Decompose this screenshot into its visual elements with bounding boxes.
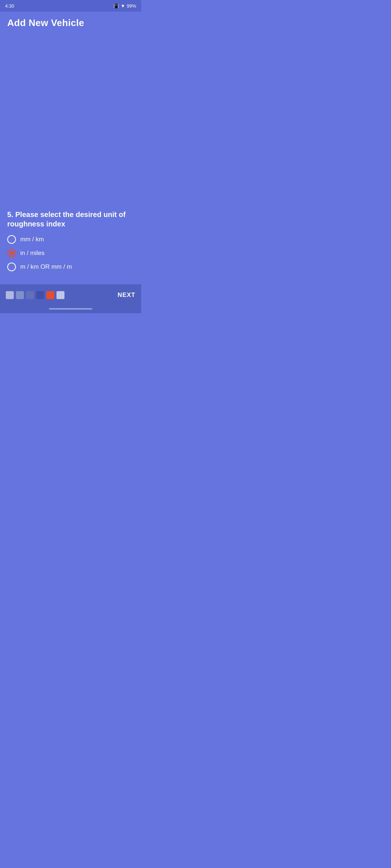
main-content: Add New Vehicle 5. Please select the des…	[0, 12, 141, 284]
step-dot-6	[56, 291, 64, 299]
radio-label-mm-km: mm / km	[20, 236, 44, 243]
question-section: 5. Please select the desired unit of rou…	[7, 210, 134, 278]
status-time: 4:30	[5, 3, 14, 9]
home-indicator	[0, 306, 141, 313]
radio-circle-in-miles[interactable]	[7, 249, 16, 258]
step-dot-3	[26, 291, 34, 299]
radio-label-m-km-mm-m: m / km OR mm / m	[20, 263, 72, 271]
vibrate-icon: 📳	[113, 3, 119, 9]
radio-circle-m-km-mm-m[interactable]	[7, 263, 16, 271]
page-title: Add New Vehicle	[7, 17, 134, 29]
step-indicators	[6, 291, 64, 299]
radio-item-in-miles[interactable]: in / miles	[7, 249, 134, 258]
step-dot-5	[46, 291, 54, 299]
radio-group: mm / km in / miles m / km OR mm / m	[7, 235, 134, 271]
radio-label-in-miles: in / miles	[20, 250, 45, 257]
status-icons: 📳 ▼ 99%	[113, 3, 136, 9]
step-dot-4	[36, 291, 44, 299]
radio-item-m-km-mm-m[interactable]: m / km OR mm / m	[7, 263, 134, 271]
step-dot-1	[6, 291, 14, 299]
next-button[interactable]: NEXT	[118, 292, 135, 299]
wifi-icon: ▼	[121, 3, 125, 9]
question-text: 5. Please select the desired unit of rou…	[7, 210, 134, 229]
radio-circle-mm-km[interactable]	[7, 235, 16, 244]
battery-icon: 99%	[127, 3, 136, 9]
home-line	[49, 308, 92, 310]
status-bar: 4:30 📳 ▼ 99%	[0, 0, 141, 12]
step-dot-2	[16, 291, 24, 299]
radio-item-mm-km[interactable]: mm / km	[7, 235, 134, 244]
content-spacer	[7, 31, 134, 210]
bottom-bar: NEXT	[0, 284, 141, 306]
